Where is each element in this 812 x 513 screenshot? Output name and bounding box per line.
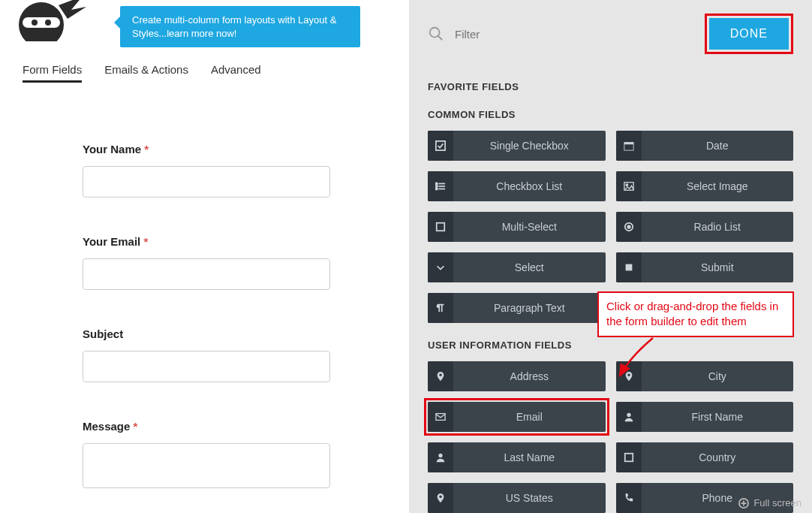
field-checkbox-list[interactable]: Checkbox List	[428, 171, 606, 201]
label-subject: Subject	[83, 327, 330, 340]
svg-rect-20	[625, 264, 632, 271]
done-button[interactable]: DONE	[709, 18, 789, 50]
field-radio-list[interactable]: Radio List	[616, 212, 794, 242]
field-drawer: DONE FAVORITE FIELDS COMMON FIELDS Singl…	[409, 0, 812, 513]
field-city[interactable]: City	[616, 361, 794, 391]
field-select[interactable]: Select	[428, 252, 606, 282]
field-address[interactable]: Address	[428, 361, 606, 391]
input-subject[interactable]	[83, 351, 330, 382]
field-last-name[interactable]: Last Name	[428, 442, 606, 472]
user-icon	[616, 402, 642, 432]
image-icon	[616, 171, 642, 201]
envelope-icon	[428, 402, 453, 432]
svg-point-4	[430, 28, 440, 38]
svg-rect-12	[436, 183, 438, 185]
annotation-callout: Click or drag-and-drop the fields in the…	[597, 291, 794, 337]
field-us-states[interactable]: US States	[428, 483, 606, 513]
field-country[interactable]: Country	[616, 442, 794, 472]
field-date[interactable]: Date	[616, 131, 794, 161]
svg-point-2	[32, 20, 38, 26]
square-icon	[428, 212, 453, 242]
field-first-name[interactable]: First Name	[616, 402, 794, 432]
field-single-checkbox[interactable]: Single Checkbox	[428, 131, 606, 161]
field-select-image[interactable]: Select Image	[616, 171, 794, 201]
svg-rect-8	[624, 143, 633, 145]
svg-rect-6	[436, 141, 445, 150]
phone-icon	[616, 483, 642, 513]
svg-rect-27	[624, 454, 633, 462]
calendar-icon	[616, 131, 642, 161]
tabs: Form Fields Emails & Actions Advanced	[23, 63, 261, 83]
field-multi-select[interactable]: Multi-Select	[428, 212, 606, 242]
label-your-name: Your Name *	[83, 143, 330, 155]
pin-icon	[428, 483, 453, 513]
input-message[interactable]	[83, 443, 330, 488]
section-favorite: FAVORITE FIELDS	[428, 81, 793, 92]
chevron-down-icon	[428, 252, 453, 282]
radio-icon	[616, 212, 642, 242]
svg-rect-14	[436, 189, 438, 190]
svg-point-19	[627, 225, 630, 228]
fullscreen-toggle[interactable]: Full screen	[738, 497, 801, 508]
field-email[interactable]: Email	[428, 402, 606, 432]
svg-rect-13	[436, 186, 438, 187]
svg-rect-17	[437, 223, 445, 231]
section-user-info: USER INFORMATION FIELDS	[428, 339, 793, 351]
filter-input[interactable]	[455, 28, 705, 41]
form-preview: Your Name * Your Email * Subject Message…	[83, 143, 330, 513]
annot-done-highlight: DONE	[705, 14, 793, 54]
ninja-logo	[8, 0, 90, 41]
square-icon	[616, 442, 642, 472]
paragraph-icon	[428, 293, 453, 323]
svg-line-5	[438, 36, 443, 41]
svg-rect-24	[436, 414, 445, 421]
annot-email-highlight: Email	[424, 398, 609, 436]
search-icon	[428, 26, 444, 42]
svg-point-3	[45, 20, 51, 26]
section-common: COMMON FIELDS	[428, 109, 793, 120]
tab-emails-actions[interactable]: Emails & Actions	[104, 63, 188, 83]
tab-form-fields[interactable]: Form Fields	[23, 63, 82, 83]
svg-point-16	[626, 184, 628, 186]
pin-icon	[616, 361, 642, 391]
field-submit[interactable]: Submit	[616, 252, 794, 282]
square-fill-icon	[616, 252, 642, 282]
svg-rect-1	[23, 17, 60, 28]
input-your-email[interactable]	[83, 258, 330, 290]
tab-advanced[interactable]: Advanced	[211, 63, 261, 83]
svg-point-25	[627, 413, 630, 417]
svg-point-26	[438, 454, 442, 457]
user-icon	[428, 442, 453, 472]
tip-bubble[interactable]: Create multi-column form layouts with La…	[120, 6, 360, 47]
checkbox-icon	[428, 131, 453, 161]
label-your-email: Your Email *	[83, 235, 330, 248]
label-message: Message *	[83, 420, 330, 433]
expand-icon	[738, 498, 749, 508]
pin-icon	[428, 361, 453, 391]
list-icon	[428, 171, 453, 201]
input-your-name[interactable]	[83, 166, 330, 198]
field-paragraph-text[interactable]: Paragraph Text	[428, 293, 606, 323]
builder-panel: Create multi-column form layouts with La…	[0, 0, 409, 513]
